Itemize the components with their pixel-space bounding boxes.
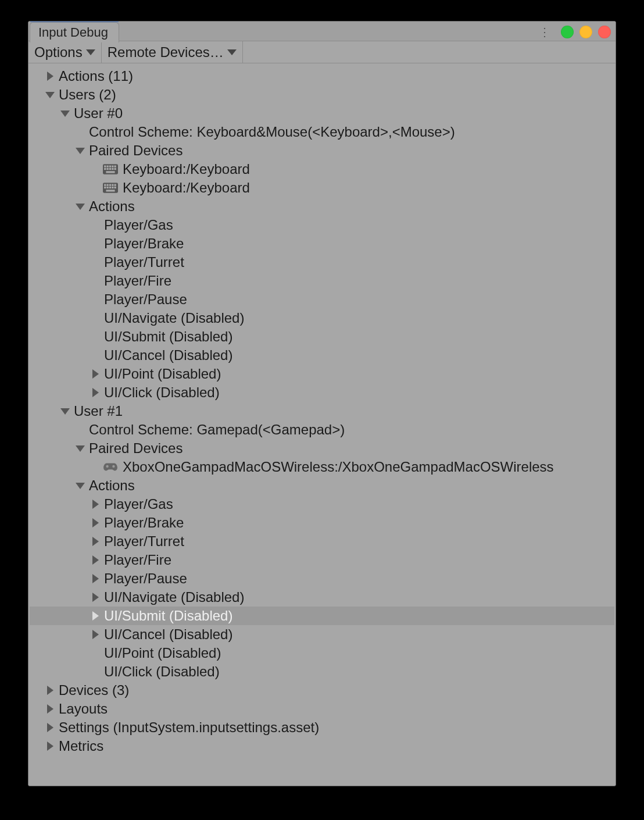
tree-item-action[interactable]: UI/Click (Disabled) [30,662,614,681]
tree-item-label: Keyboard:/Keyboard [121,161,250,177]
tree-item-device[interactable]: XboxOneGampadMacOSWireless:/XboxOneGampa… [30,458,614,476]
chevron-down-icon [227,49,237,55]
tree-item-action[interactable]: UI/Point (Disabled) [30,365,614,383]
tree-item-action[interactable]: UI/Navigate (Disabled) [30,588,614,607]
tab-label: Input Debug [38,25,108,40]
tree-item-user0-actions[interactable]: Actions [30,197,614,216]
tree-item-device[interactable]: Keyboard:/Keyboard [30,179,614,197]
tree-item-label: Control Scheme: Gamepad(<Gamepad>) [88,422,345,438]
foldout-open-icon[interactable] [75,480,85,491]
tree-item-action[interactable]: Player/Gas [30,216,614,234]
tree-item-devices[interactable]: Devices (3) [30,681,614,700]
tree-item-label: Control Scheme: Keyboard&Mouse(<Keyboard… [88,124,455,140]
tree-item-action[interactable]: Player/Pause [30,290,614,309]
tab-input-debug[interactable]: Input Debug [30,22,119,42]
tree-item-action[interactable]: Player/Fire [30,551,614,569]
tree-item-layouts[interactable]: Layouts [30,700,614,718]
foldout-closed-icon[interactable] [45,741,55,751]
foldout-closed-icon[interactable] [90,555,101,565]
foldout-closed-icon[interactable] [90,611,101,621]
tree-item-metrics[interactable]: Metrics [30,737,614,755]
tree-item-label: Player/Gas [103,217,173,233]
tree-item-settings[interactable]: Settings (InputSystem.inputsettings.asse… [30,718,614,737]
tree-item-device[interactable]: Keyboard:/Keyboard [30,160,614,179]
input-debug-window: Input Debug ⋮ Options Remote Devices… Ac… [28,21,616,786]
tree-item-action[interactable]: UI/Cancel (Disabled) [30,346,614,365]
foldout-open-icon[interactable] [45,90,55,100]
remote-devices-dropdown[interactable]: Remote Devices… [102,41,243,63]
svg-rect-18 [104,187,106,188]
foldout-closed-icon[interactable] [90,499,101,509]
tree-item-users[interactable]: Users (2) [30,85,614,104]
tree-item-actions[interactable]: Actions (11) [30,67,614,85]
svg-rect-20 [109,187,111,188]
svg-rect-17 [115,184,116,186]
foldout-closed-icon[interactable] [90,369,101,379]
tree-item-user0-scheme[interactable]: Control Scheme: Keyboard&Mouse(<Keyboard… [30,123,614,141]
foldout-closed-icon[interactable] [45,704,55,714]
tree-item-label: Metrics [58,738,103,754]
tree-item-user0[interactable]: User #0 [30,104,614,123]
tree-item-action[interactable]: Player/Gas [30,495,614,514]
tree-item-label: Player/Pause [103,571,187,587]
tree-item-action[interactable]: UI/Point (Disabled) [30,644,614,662]
traffic-light-green[interactable] [561,26,574,38]
svg-rect-11 [106,171,115,173]
tree-item-action[interactable]: UI/Submit (Disabled) [30,607,614,625]
foldout-closed-icon[interactable] [90,573,101,584]
tree-item-action[interactable]: Player/Turret [30,253,614,272]
tree-item-user1-paired[interactable]: Paired Devices [30,439,614,458]
toolbar: Options Remote Devices… [28,41,616,63]
tree-item-label: Actions (11) [58,68,133,84]
tree-item-action[interactable]: UI/Click (Disabled) [30,383,614,402]
foldout-closed-icon[interactable] [45,722,55,733]
tree-item-label: Layouts [58,701,108,717]
kebab-menu-icon[interactable]: ⋮ [539,25,555,39]
tree-item-label: Player/Fire [103,552,171,568]
tree-item-action[interactable]: UI/Cancel (Disabled) [30,625,614,644]
tree-item-action[interactable]: UI/Submit (Disabled) [30,327,614,346]
foldout-open-icon[interactable] [60,108,70,119]
tree-item-action[interactable]: Player/Turret [30,532,614,551]
foldout-closed-icon[interactable] [90,536,101,547]
tree-item-label: Devices (3) [58,682,129,698]
foldout-closed-icon[interactable] [45,71,55,81]
options-dropdown[interactable]: Options [28,41,102,63]
tree-item-label: UI/Cancel (Disabled) [103,347,232,363]
tree-item-label: Player/Turret [103,533,184,550]
tree-item-action[interactable]: Player/Brake [30,234,614,253]
traffic-light-yellow[interactable] [579,26,592,38]
tree-item-action[interactable]: UI/Navigate (Disabled) [30,309,614,327]
tree-item-action[interactable]: Player/Brake [30,514,614,532]
tree-view[interactable]: Actions (11) Users (2) User #0 Control S… [28,63,616,759]
tree-item-label: Player/Turret [103,254,184,270]
foldout-open-icon[interactable] [75,443,85,454]
tree-item-action[interactable]: Player/Fire [30,272,614,290]
tree-item-user1-scheme[interactable]: Control Scheme: Gamepad(<Gamepad>) [30,420,614,439]
options-label: Options [34,44,83,60]
tree-item-label: Player/Brake [103,236,184,252]
svg-rect-1 [104,166,106,167]
tree-item-label: UI/Point (Disabled) [103,645,221,661]
tree-item-label: Users (2) [58,87,116,103]
foldout-closed-icon[interactable] [90,592,101,602]
foldout-closed-icon[interactable] [90,518,101,528]
tree-item-label: UI/Click (Disabled) [103,664,220,680]
foldout-open-icon[interactable] [60,406,70,416]
tree-item-action[interactable]: Player/Pause [30,569,614,588]
foldout-closed-icon[interactable] [90,629,101,640]
tree-item-label: Player/Pause [103,291,187,308]
svg-rect-15 [109,184,111,186]
traffic-light-red[interactable] [598,26,611,38]
tree-item-label: User #1 [73,403,123,419]
foldout-open-icon[interactable] [75,145,85,156]
tree-item-label: UI/Navigate (Disabled) [103,589,244,605]
tree-item-user1[interactable]: User #1 [30,402,614,420]
foldout-open-icon[interactable] [75,201,85,212]
tree-item-user1-actions[interactable]: Actions [30,476,614,495]
foldout-closed-icon[interactable] [90,387,101,398]
tree-item-user0-paired[interactable]: Paired Devices [30,141,614,160]
svg-rect-19 [107,187,109,188]
foldout-closed-icon[interactable] [45,685,55,696]
remote-devices-label: Remote Devices… [108,44,224,60]
